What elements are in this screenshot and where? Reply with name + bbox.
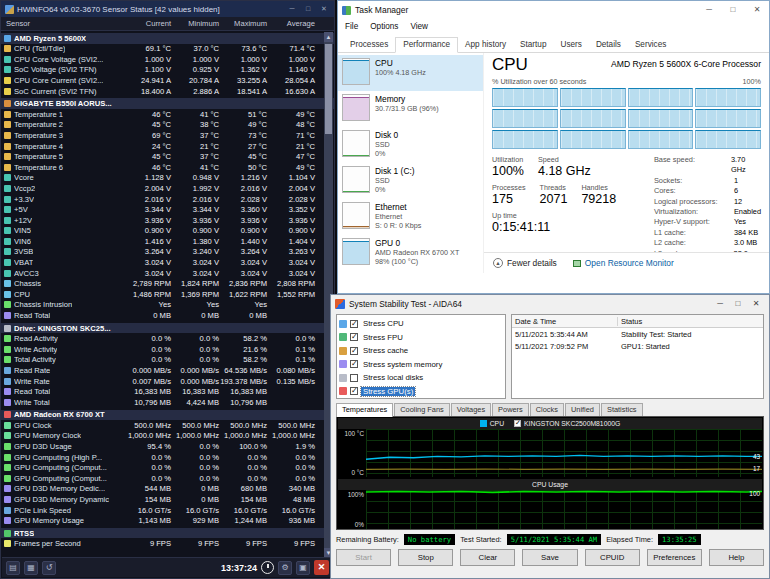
sensor-row[interactable]: CPU 1,486 RPM 1,369 RPM 1,622 RPM 1,552 … xyxy=(1,289,334,300)
aida-button[interactable]: Clear xyxy=(460,549,515,566)
sensor-row[interactable]: Read Total 16,383 MB 16,383 MB 16,383 MB xyxy=(1,386,334,397)
aida-button[interactable]: Help xyxy=(709,549,764,566)
checkbox[interactable] xyxy=(350,360,358,368)
sensor-row[interactable]: Total Activity 0.0 % 0.0 % 58.2 % 0.1 % xyxy=(1,355,334,366)
sensor-row[interactable]: CPU (Tctl/Tdie) 69.1 °C 37.0 °C 73.6 °C … xyxy=(1,44,334,55)
sensor-row[interactable]: RTSS xyxy=(1,526,334,539)
menu-item[interactable]: View xyxy=(410,22,428,31)
aida-button[interactable]: Start xyxy=(336,549,391,566)
scrollbar-thumb[interactable] xyxy=(325,44,332,134)
sensor-row[interactable]: Chassis Intrusion Yes Yes Yes xyxy=(1,300,334,311)
log-column-time[interactable]: Date & Time xyxy=(512,317,618,326)
minimize-icon[interactable]: ─ xyxy=(286,5,298,13)
sensor-row[interactable]: Temperature 3 69 °C 37 °C 73 °C 71 °C xyxy=(1,130,334,141)
logging-icon[interactable]: ▤ xyxy=(6,561,20,575)
sidebar-item[interactable]: Ethernet Ethernet S: 0 R: 0 Kbps xyxy=(338,199,483,235)
graph-tab[interactable]: Cooling Fans xyxy=(394,403,450,416)
sensor-row[interactable]: GPU Memory Clock 1,000.0 MHz 1,000.0 MHz… xyxy=(1,431,334,442)
scroll-up-icon[interactable]: ▲ xyxy=(324,32,333,42)
legend-cpu[interactable]: CPU xyxy=(480,420,504,427)
graph-icon[interactable]: ▦ xyxy=(24,561,38,575)
stress-option[interactable]: Stress GPU(s) xyxy=(339,385,503,399)
tab[interactable]: Processes xyxy=(343,38,395,52)
tab[interactable]: Startup xyxy=(513,38,553,52)
tab[interactable]: App history xyxy=(458,38,513,52)
fewer-details-link[interactable]: ▲ Fewer details xyxy=(493,258,557,268)
sensor-row[interactable]: Temperature 1 46 °C 41 °C 51 °C 49 °C xyxy=(1,109,334,120)
sensor-row[interactable]: VIN6 1.416 V 1.380 V 1.440 V 1.404 V xyxy=(1,236,334,247)
sensor-row[interactable]: Write Total 10,796 MB 4,424 MB 10,796 MB xyxy=(1,397,334,408)
column-maximum[interactable]: Maximum xyxy=(219,19,267,28)
aida-button[interactable]: Stop xyxy=(398,549,453,566)
column-minimum[interactable]: Minimum xyxy=(171,19,219,28)
graph-tab[interactable]: Powers xyxy=(492,403,529,416)
sensor-row[interactable]: Temperature 2 45 °C 38 °C 49 °C 48 °C xyxy=(1,120,334,131)
sensor-row[interactable]: Drive: KINGSTON SKC25... xyxy=(1,321,334,334)
sensor-row[interactable]: Vcore 1.128 V 0.948 V 1.216 V 1.104 V xyxy=(1,173,334,184)
minimize-icon[interactable]: ─ xyxy=(711,297,729,311)
sidebar-item[interactable]: GPU 0 AMD Radeon RX 6700 XT 98% (100 °C) xyxy=(338,235,483,271)
column-current[interactable]: Current xyxy=(123,19,171,28)
menu-item[interactable]: Options xyxy=(370,22,398,31)
hwinfo-titlebar[interactable]: HWiNFO64 v6.02-3670 Sensor Status [42 va… xyxy=(1,1,334,17)
aida-button[interactable]: Preferences xyxy=(647,549,702,566)
settings-gear-icon[interactable]: ⚙ xyxy=(278,561,292,575)
close-sensors-icon[interactable]: ✕ xyxy=(314,560,329,575)
checkbox[interactable] xyxy=(350,333,358,341)
sensor-row[interactable]: Write Rate 0.007 MB/s 0.000 MB/s 193.378… xyxy=(1,376,334,387)
sensor-row[interactable]: Vccp2 2.004 V 1.992 V 2.016 V 2.004 V xyxy=(1,183,334,194)
close-icon[interactable]: ✕ xyxy=(318,5,330,13)
sensor-row[interactable]: Read Rate 0.000 MB/s 0.000 MB/s 64.536 M… xyxy=(1,365,334,376)
graph-tab[interactable]: Clocks xyxy=(530,403,564,416)
sidebar-item[interactable]: Disk 1 (C:) SSD 0% xyxy=(338,163,483,199)
sensor-row[interactable]: Frames per Second 9 FPS 9 FPS 9 FPS 9 FP… xyxy=(1,538,334,549)
sensor-row[interactable]: GIGABYTE B550I AORUS... xyxy=(1,96,334,109)
graph-tab[interactable]: Statistics xyxy=(601,403,643,416)
stress-option[interactable]: Stress FPU xyxy=(339,331,503,345)
column-average[interactable]: Average xyxy=(267,19,315,28)
aida-button[interactable]: CPUID xyxy=(585,549,640,566)
sensor-row[interactable]: Read Total 0 MB 0 MB 0 MB xyxy=(1,310,334,321)
tab[interactable]: Users xyxy=(553,38,588,52)
graph-tab[interactable]: Unified xyxy=(565,403,600,416)
stress-option[interactable]: Stress system memory xyxy=(339,358,503,372)
sensor-row[interactable]: Temperature 6 46 °C 41 °C 50 °C 49 °C xyxy=(1,162,334,173)
sensor-row[interactable]: Read Activity 0.0 % 0.0 % 58.2 % 0.0 % xyxy=(1,333,334,344)
sensor-row[interactable]: Temperature 5 45 °C 37 °C 45 °C 47 °C xyxy=(1,151,334,162)
stress-option[interactable]: Stress CPU xyxy=(339,317,503,331)
graph-tab[interactable]: Voltages xyxy=(451,403,491,416)
sidebar-item[interactable]: Disk 0 SSD 0% xyxy=(338,127,483,163)
graph-tab[interactable]: Temperatures xyxy=(336,403,393,417)
sensor-row[interactable]: AMD Radeon RX 6700 XT xyxy=(1,408,334,421)
maximize-icon[interactable]: □ xyxy=(729,297,747,311)
sensor-row[interactable]: GPU Memory Usage 1,143 MB 929 MB 1,244 M… xyxy=(1,515,334,526)
log-row[interactable]: 5/11/2021 7:09:52 PM GPU1: Started xyxy=(512,340,763,352)
taskmgr-titlebar[interactable]: Task Manager ─ □ ✕ xyxy=(338,1,769,19)
checkbox[interactable] xyxy=(350,374,358,382)
sensor-row[interactable]: Temperature 4 24 °C 21 °C 27 °C 21 °C xyxy=(1,141,334,152)
sensor-row[interactable]: GPU D3D Usage 95.4 % 0.0 % 100.0 % 1.9 % xyxy=(1,441,334,452)
stress-option[interactable]: Stress local disks xyxy=(339,371,503,385)
sensor-row[interactable]: GPU D3D Memory Dynamic 154 MB 0 MB 154 M… xyxy=(1,494,334,505)
checkbox[interactable] xyxy=(350,347,358,355)
reset-icon[interactable]: ↺ xyxy=(42,561,56,575)
sensor-row[interactable]: Chassis 2,789 RPM 1,824 RPM 2,836 RPM 2,… xyxy=(1,278,334,289)
checkbox[interactable] xyxy=(350,320,358,328)
column-sensor[interactable]: Sensor xyxy=(1,19,123,28)
sensor-row[interactable]: GPU Computing (High P... 0.0 % 0.0 % 0.0… xyxy=(1,452,334,463)
legend-disk[interactable]: KINGSTON SKC2500M81000G xyxy=(514,420,620,427)
close-icon[interactable]: ✕ xyxy=(745,1,769,19)
sensor-row[interactable]: Write Activity 0.0 % 0.0 % 21.6 % 0.1 % xyxy=(1,344,334,355)
sensor-row[interactable]: AMD Ryzen 5 5600X xyxy=(1,31,334,44)
sensor-row[interactable]: +5V 3.344 V 3.344 V 3.360 V 3.352 V xyxy=(1,204,334,215)
sensor-row[interactable]: GPU Computing (Comput... 0.0 % 0.0 % 0.0… xyxy=(1,462,334,473)
sidebar-item[interactable]: CPU 100% 4.18 GHz xyxy=(338,55,483,91)
log-row[interactable]: 5/11/2021 5:35:44 AM Stability Test: Sta… xyxy=(512,328,763,340)
tab[interactable]: Services xyxy=(628,38,673,52)
sensor-row[interactable]: +3.3V 2.016 V 2.016 V 2.028 V 2.028 V xyxy=(1,194,334,205)
close-icon[interactable]: ✕ xyxy=(747,297,765,311)
sensor-row[interactable]: 3VSB 3.264 V 3.240 V 3.264 V 3.263 V xyxy=(1,247,334,258)
sensor-row[interactable]: PCIe Link Speed 16.0 GT/s 16.0 GT/s 16.0… xyxy=(1,505,334,516)
menu-item[interactable]: File xyxy=(345,22,358,31)
sensor-row[interactable]: GPU D3D Memory Dedic... 544 MB 0 MB 680 … xyxy=(1,484,334,495)
